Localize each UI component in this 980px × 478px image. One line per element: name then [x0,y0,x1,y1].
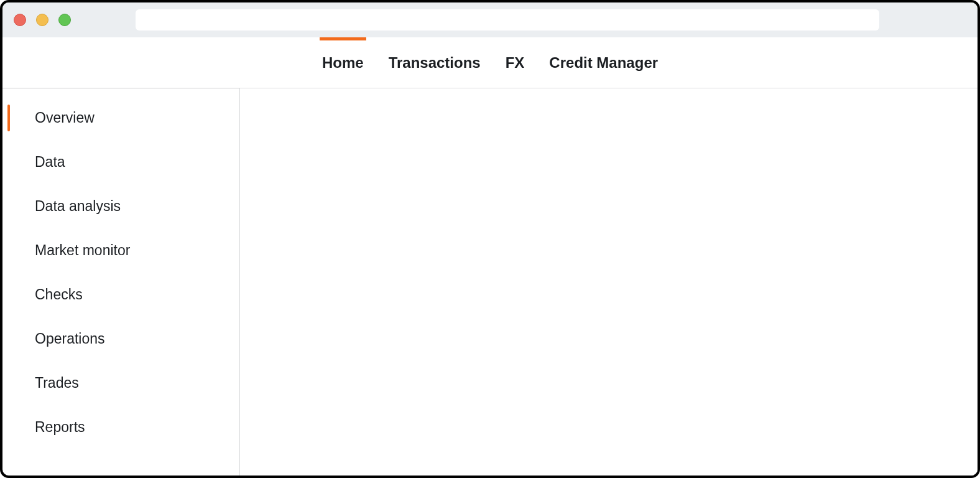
sidebar: Overview Data Data analysis Market monit… [2,88,240,476]
sidebar-item-operations[interactable]: Operations [2,317,239,361]
sidebar-item-label: Operations [35,330,105,347]
sidebar-item-label: Data analysis [35,198,121,214]
main-panel [240,88,978,476]
window-frame: Home Transactions FX Credit Manager Over… [0,0,980,478]
window-minimize-button[interactable] [36,14,49,26]
tab-home[interactable]: Home [320,37,366,88]
tab-label: Home [322,54,364,72]
tab-credit-manager[interactable]: Credit Manager [547,37,660,88]
sidebar-item-trades[interactable]: Trades [2,361,239,405]
sidebar-item-label: Market monitor [35,242,130,258]
tab-label: Credit Manager [549,54,658,72]
sidebar-item-market-monitor[interactable]: Market monitor [2,228,239,273]
content-area: Overview Data Data analysis Market monit… [2,88,978,476]
tab-label: Transactions [389,54,481,72]
sidebar-item-label: Data [35,154,65,170]
window-maximize-button[interactable] [58,14,71,26]
sidebar-item-label: Overview [35,110,95,126]
tab-transactions[interactable]: Transactions [386,37,483,88]
sidebar-item-data[interactable]: Data [2,140,239,184]
sidebar-item-label: Reports [35,419,85,435]
tab-fx[interactable]: FX [503,37,527,88]
tab-label: FX [506,54,525,72]
sidebar-item-data-analysis[interactable]: Data analysis [2,184,239,228]
window-close-button[interactable] [14,14,26,26]
sidebar-item-label: Trades [35,375,79,391]
top-navigation: Home Transactions FX Credit Manager [2,37,978,88]
titlebar [2,2,978,37]
sidebar-item-checks[interactable]: Checks [2,273,239,317]
sidebar-item-reports[interactable]: Reports [2,405,239,449]
traffic-lights [14,14,71,26]
sidebar-item-label: Checks [35,286,83,302]
sidebar-item-overview[interactable]: Overview [2,96,239,140]
address-bar[interactable] [136,9,879,30]
